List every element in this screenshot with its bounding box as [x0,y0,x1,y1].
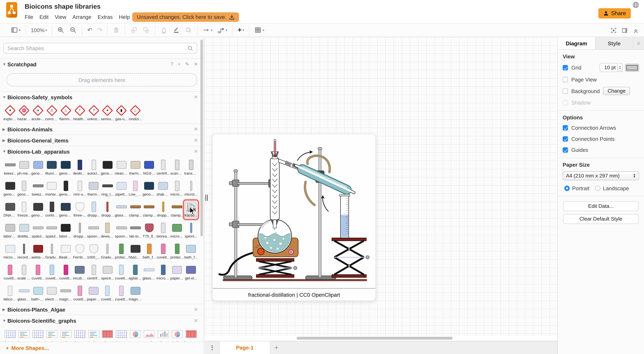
shape-dropp...[interactable]: dropp... [101,200,114,219]
shape-magne...[interactable]: magne... [59,284,73,303]
shape-dropp...[interactable]: dropp... [156,200,170,219]
shape-hba1ca...[interactable]: hba1ca... [128,243,142,261]
paper-size-select[interactable]: A4 (210 mm x 297 mm) ▲▼ [563,171,639,180]
shape-cuvett...[interactable]: cuvett... [114,284,128,303]
menu-extras[interactable]: Extras [98,14,113,20]
shape-bath-e...[interactable]: bath-e... [31,284,45,303]
shape-labcoa...[interactable]: labcoa... [3,284,17,303]
shape-Beaker...[interactable]: Beaker... [59,243,73,261]
shape-cuvett...[interactable]: cuvett... [3,263,17,282]
shape-spatul...[interactable]: spatul... [45,222,59,240]
shape-shaker...[interactable]: shaker... [156,180,170,198]
sidebar-resize-handle[interactable] [206,195,208,201]
shape-genom...[interactable]: genom... [31,200,45,219]
shape-spoon...[interactable]: spoon... [87,222,100,240]
menu-arrange[interactable]: Arrange [72,14,92,20]
shape-tweez...[interactable]: tweez... [31,180,45,198]
shape-scale | ...[interactable]: scale | ... [17,263,31,282]
shape-genom...[interactable]: genom... [17,180,31,198]
shape-acute-...[interactable]: ☠acute-... [31,104,45,123]
shape-pipett...[interactable]: pipett... [114,180,128,198]
shape-incuba...[interactable]: incuba... [73,263,87,282]
change-background-button[interactable]: Change [603,87,630,95]
close-section-icon[interactable]: ✕ [194,126,198,132]
shape-oxidizi...[interactable]: ♨oxidizi... [128,104,142,123]
shape-magne...[interactable]: magne... [128,284,142,303]
shape-dropp...[interactable]: dropp... [87,200,100,219]
more-shapes-button[interactable]: + More Shapes... [0,341,204,354]
shape-microfl...[interactable]: microfl... [3,243,17,261]
shape-T75_fl...[interactable]: T75_fl... [142,222,156,240]
share-button[interactable]: Share [598,8,631,19]
section-header-bioicons-scientific_graphs[interactable]: ▼Bioicons-Scientific_graphs✕ [0,315,204,326]
shape-DNA_s...[interactable]: DNA_s... [3,200,17,219]
section-header-bioicons-animals[interactable]: ▶Bioicons-Animals✕ [0,123,204,135]
shape-clamp...[interactable]: clamp... [128,200,142,219]
menu-view[interactable]: View [55,14,66,20]
shape-ph-me...[interactable]: ph-me... [17,158,31,177]
shape-cuvett...[interactable]: cuvett... [101,284,114,303]
shape-therm...[interactable]: therm... [87,180,100,198]
shape-paper-...[interactable]: paper-... [87,284,100,303]
scratchpad-header[interactable]: ▼ Scratchpad ? + ✎ ✕ [0,58,204,70]
portrait-radio[interactable] [564,186,570,191]
shape-laborat...[interactable]: laborat... [3,222,17,240]
shape-genom...[interactable]: genom... [101,158,114,177]
shape-autocl...[interactable]: autocl... [87,158,100,177]
section-header-bioicons-safety_symbols[interactable]: ▼Bioicons-Safety_symbols✕ [0,91,204,102]
shape-seriou...[interactable]: ✴seriou... [101,104,114,123]
tab-diagram[interactable]: Diagram [558,37,596,50]
shape-explos...[interactable]: ✶explos... [3,104,17,123]
grid-size-input[interactable] [600,63,618,72]
shape-hazard...[interactable]: ♓hazard... [17,104,31,123]
diagram-canvas[interactable]: fractional-distillation | CC0 OpenClipar… [204,37,557,354]
shape-biorea...[interactable]: biorea... [156,222,170,240]
shape-record...[interactable]: record... [17,243,31,261]
shape-spectr...[interactable]: spectr... [101,263,114,282]
format-panel-button[interactable] [621,27,629,34]
shape-spinni...[interactable]: spinni... [184,222,198,240]
shape-cleanb...[interactable]: cleanb... [114,158,128,177]
to-back-button[interactable] [142,26,151,34]
shadow-checkbox[interactable] [563,100,568,105]
shape-glasssl...[interactable]: glasssl... [142,263,156,282]
shape-Gradu...[interactable]: Gradu... [45,243,59,261]
connection-points-checkbox[interactable] [563,136,568,141]
menu-edit[interactable]: Edit [40,14,49,20]
add-page-button[interactable]: + [270,341,282,354]
shape-bath_f...[interactable]: bath_f... [184,243,198,261]
waypoints-button[interactable]: ▾ [217,26,228,34]
tab-style[interactable]: Style [596,37,633,50]
shape-mortar...[interactable]: mortar... [45,180,59,198]
shape-cuvett...[interactable]: cuvett... [59,263,73,282]
shape-genom...[interactable]: genom... [59,158,73,177]
shape-glasssl...[interactable]: glasssl... [17,284,31,303]
shape-distilla...[interactable]: distilla... [17,222,31,240]
redo-button[interactable]: ↷ [96,27,103,33]
shape-cuvett...[interactable]: cuvett... [73,284,87,303]
close-section-icon[interactable]: ✕ [194,307,198,312]
edit-data-button[interactable]: Edit Data... [563,201,639,211]
search-icon[interactable] [188,46,193,51]
shadow-button[interactable] [184,26,193,34]
help-icon[interactable]: ? [170,61,173,67]
shape-Illumin...[interactable]: Illumin... [45,158,59,177]
shape-micro_...[interactable]: micro_... [170,222,184,240]
edit-pencil-icon[interactable]: ✎ [185,61,190,67]
shape-three-...[interactable]: three-... [73,200,87,219]
background-checkbox[interactable] [563,88,568,94]
close-section-icon[interactable]: ✕ [194,149,198,154]
landscape-radio[interactable] [595,186,600,191]
close-panel-icon[interactable]: ✕ [633,37,644,50]
unsaved-changes-button[interactable]: Unsaved changes. Click here to save. [132,13,239,22]
section-header-bioicons-plants_algae[interactable]: ▶Bioicons-Plants_Algae✕ [0,304,204,315]
section-header-bioicons-lab_apparatus[interactable]: ▼Bioicons-Lab_apparatus✕ [0,146,204,157]
shape-ring_t...[interactable]: ring_t... [101,180,114,198]
close-icon[interactable]: ✕ [194,61,198,67]
shape-NGS-...[interactable]: NGS-... [142,158,156,177]
shape-micros...[interactable]: micros... [156,263,170,282]
shape-tweez...[interactable]: tweez... [3,158,17,177]
grid-size-stepper[interactable]: ▲▼ [618,63,623,72]
shape-clamp...[interactable]: clamp... [142,200,156,219]
scratchpad-dropzone[interactable]: Drag elements here [6,73,197,86]
